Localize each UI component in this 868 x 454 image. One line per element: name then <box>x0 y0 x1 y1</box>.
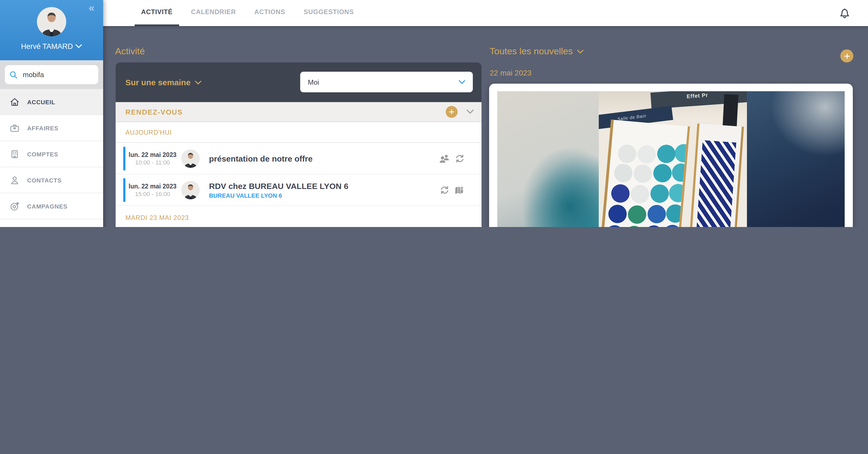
sidebar-item-label: CAMPAGNES <box>27 203 68 209</box>
day-header: MARDI 23 MAI 2023 <box>116 206 482 227</box>
sidebar-item-affaires[interactable]: AFFAIRES <box>0 115 103 141</box>
recurrence-icon <box>439 184 450 195</box>
user-menu[interactable]: Hervé TAMARD <box>0 42 103 51</box>
phone-icon <box>9 227 20 227</box>
user-name: Hervé TAMARD <box>21 42 73 51</box>
add-appointment-button[interactable] <box>446 106 458 118</box>
sidebar-item-campagnes[interactable]: CAMPAGNES <box>0 193 103 219</box>
sidebar-item-label: ACCUEIL <box>27 98 55 105</box>
home-icon <box>9 96 20 107</box>
event-color-bar <box>123 178 125 202</box>
news-title[interactable]: Toutes les nouvelles <box>490 46 584 57</box>
notifications-bell-icon[interactable] <box>839 7 850 19</box>
rendez-vous-header: RENDEZ-VOUS <box>116 102 482 122</box>
assignee-select[interactable]: Moi <box>300 72 473 92</box>
news-photo: Effet Pr Salle de Bain <box>497 91 845 227</box>
activity-title: Activité <box>115 46 145 57</box>
news-card[interactable]: Effet Pr Salle de Bain Les nouveaux pann… <box>489 84 853 227</box>
target-icon <box>9 201 20 212</box>
event-time: 15:00 - 16:00 <box>125 190 180 197</box>
tab-calendrier[interactable]: CALENDRIER <box>185 0 242 26</box>
news-photo-center: Effet Pr Salle de Bain <box>599 91 747 227</box>
appointments-list: RENDEZ-VOUS AUJOURD'HUI lun. 22 mai 2023… <box>116 102 482 227</box>
attendees-icon <box>439 153 450 164</box>
event-date: lun. 22 mai 2023 <box>125 151 180 158</box>
user-avatar[interactable] <box>37 7 66 36</box>
avatar <box>181 149 200 168</box>
sidebar-item-tickets[interactable]: TICKETS <box>0 219 103 227</box>
sidebar-item-label: CONTACTS <box>27 177 62 183</box>
news-date: 22 mai 2023 <box>490 68 531 77</box>
collapse-sidebar-icon[interactable]: « <box>89 2 94 14</box>
mobicrm-app: « Hervé TAMARD ACCUEIL AFFAIRES C <box>0 0 868 227</box>
event-date: lun. 22 mai 2023 <box>125 183 180 189</box>
sidebar-item-label: AFFAIRES <box>27 125 58 131</box>
search-input[interactable] <box>22 70 87 79</box>
collapse-section-icon[interactable] <box>466 109 474 114</box>
sidebar: « Hervé TAMARD ACCUEIL AFFAIRES C <box>0 0 103 227</box>
activity-filter-panel: Sur une semaine Moi <box>116 62 482 102</box>
search-band <box>0 60 103 89</box>
sidebar-item-comptes[interactable]: COMPTES <box>0 141 103 167</box>
person-icon <box>9 175 20 185</box>
event-account-link[interactable]: BUREAU VALLEE LYON 6 <box>209 192 348 199</box>
briefcase-icon <box>9 122 20 133</box>
assignee-value: Moi <box>308 78 459 86</box>
tab-actions[interactable]: ACTIONS <box>248 0 292 26</box>
recurrence-icon <box>454 153 465 164</box>
main-area: Activité Sur une semaine Moi RENDEZ-VOUS… <box>103 26 868 227</box>
chevron-down-icon <box>577 50 584 54</box>
news-photo-blur-left <box>497 91 599 227</box>
chevron-down-icon <box>195 80 202 85</box>
search-box <box>5 65 98 84</box>
chevron-down-icon <box>459 80 465 84</box>
tab-suggestions[interactable]: SUGGESTIONS <box>297 0 361 26</box>
news-photo-blur-right <box>747 91 845 227</box>
add-news-button[interactable] <box>840 50 854 62</box>
event-row[interactable]: lun. 22 mai 202310:00 - 11:00 présentati… <box>116 143 482 174</box>
sidebar-item-label: COMPTES <box>27 151 58 157</box>
sidebar-item-contacts[interactable]: CONTACTS <box>0 167 103 193</box>
building-icon <box>9 149 20 159</box>
event-title[interactable]: RDV chez BUREAU VALLEE LYON 6 <box>209 181 348 190</box>
event-title[interactable]: présentation de notre offre <box>209 154 313 163</box>
sidebar-menu: ACCUEIL AFFAIRES COMPTES CONTACTS CAMPAG… <box>0 89 103 227</box>
event-time: 10:00 - 11:00 <box>125 159 180 165</box>
day-header: AUJOURD'HUI <box>116 122 482 143</box>
range-filter[interactable]: Sur une semaine <box>125 62 202 102</box>
avatar <box>181 181 200 199</box>
search-icon <box>9 70 18 79</box>
chevron-down-icon <box>76 44 82 48</box>
event-color-bar <box>123 147 125 171</box>
profile-header: « Hervé TAMARD <box>0 0 103 60</box>
photo-tile-panel <box>685 124 744 227</box>
event-row[interactable]: lun. 22 mai 202315:00 - 16:00 RDV chez B… <box>116 174 482 206</box>
map-icon <box>454 184 465 195</box>
sidebar-item-accueil[interactable]: ACCUEIL <box>0 89 103 115</box>
topbar: ACTIVITÉ CALENDRIER ACTIONS SUGGESTIONS <box>103 0 868 26</box>
tab-activite[interactable]: ACTIVITÉ <box>135 0 179 26</box>
photo-tile-panel <box>599 120 690 227</box>
section-title: RENDEZ-VOUS <box>125 108 183 116</box>
